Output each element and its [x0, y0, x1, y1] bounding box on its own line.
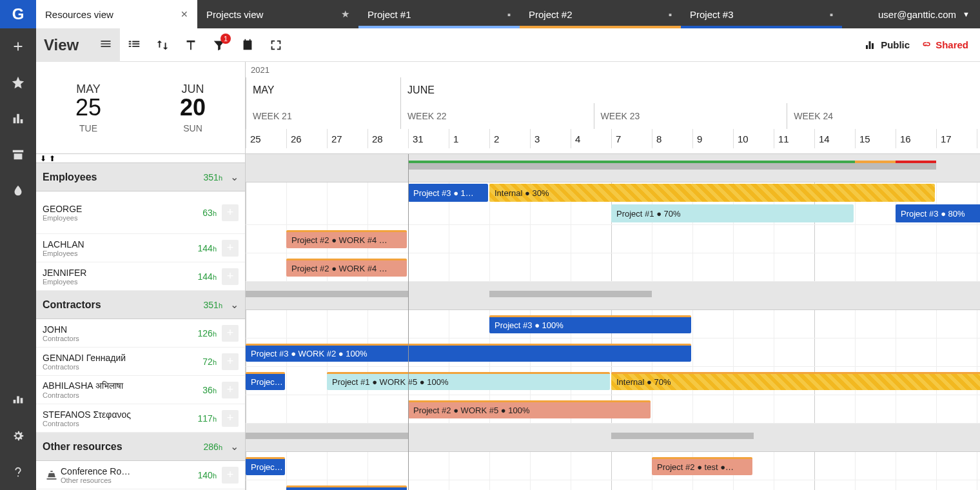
resource-row[interactable]: Conference Ro…Other resources140h+: [36, 461, 245, 489]
star-icon[interactable]: [0, 64, 36, 101]
add-task-button[interactable]: +: [222, 325, 239, 342]
day-cell[interactable]: 15: [855, 129, 896, 148]
task-bar[interactable]: Internal ● 70%: [611, 372, 980, 390]
date-range-start[interactable]: MAY 25 TUE: [36, 62, 141, 153]
day-cell[interactable]: 28: [368, 129, 408, 148]
task-bar[interactable]: Project #1 ● WORK #5 ● 100%: [327, 372, 610, 390]
expand-collapse-row[interactable]: ⬇ ⬆: [36, 154, 245, 163]
task-bar[interactable]: Internal ● 30%: [489, 184, 935, 202]
task-bar[interactable]: Project #3 ● WORK #2 ● 100%: [246, 344, 691, 362]
day-cell[interactable]: 26: [286, 129, 327, 148]
resource-row[interactable]: GENNADI ГеннадийContractors72h+: [36, 348, 245, 376]
view-menu-button[interactable]: View: [36, 28, 120, 62]
shared-link[interactable]: Shared: [920, 39, 968, 51]
fullscreen-icon[interactable]: [262, 31, 290, 59]
day-cell[interactable]: 4: [571, 129, 611, 148]
app-logo[interactable]: G: [0, 0, 36, 28]
chart-icon[interactable]: [0, 101, 36, 137]
group-row[interactable]: Other resources286h⌄: [36, 433, 245, 461]
resource-row[interactable]: ABHILASHA अभिलाषाContractors36h+: [36, 376, 245, 404]
drop-icon[interactable]: [0, 173, 36, 209]
add-task-button[interactable]: +: [222, 467, 239, 484]
day-cell[interactable]: 27: [327, 129, 368, 148]
day-cell[interactable]: 11: [774, 129, 814, 148]
user-menu[interactable]: user@ganttic.com ▼: [868, 0, 980, 28]
day-cell[interactable]: 17: [936, 129, 977, 148]
timeline-resource-row[interactable]: Project #2 ● WORK #4 …: [246, 225, 980, 253]
task-bar[interactable]: Project #3 ● 80%: [896, 204, 980, 222]
task-bar[interactable]: Project #2 ● test ●…: [652, 457, 752, 475]
help-icon[interactable]: [0, 454, 36, 490]
group-row[interactable]: Contractors351h⌄: [36, 291, 245, 319]
public-toggle[interactable]: Public: [864, 39, 910, 51]
task-bar[interactable]: Project #2 ● WORK #5 ● 100%: [408, 400, 651, 418]
format-icon[interactable]: [177, 31, 205, 59]
add-task-button[interactable]: +: [222, 382, 239, 398]
tab-projects-view[interactable]: Projects view ★: [197, 0, 358, 28]
utilization-bar: [855, 161, 896, 163]
task-bar[interactable]: Project #3 ● 1…: [408, 184, 488, 202]
timeline-resource-row[interactable]: Project #2 ● WORK #5 ● 100%: [246, 395, 980, 424]
day-cell[interactable]: 3: [530, 129, 571, 148]
week-cell[interactable]: WEEK 23: [594, 103, 787, 129]
task-bar[interactable]: Projec…: [246, 372, 285, 390]
month-cell[interactable]: JUNE: [400, 77, 980, 103]
timeline-resource-row[interactable]: Project #3 ● 100%: [246, 310, 980, 338]
collapse-up-icon[interactable]: ⬆: [49, 154, 55, 163]
indent-icon[interactable]: [120, 31, 148, 59]
week-cell[interactable]: WEEK 21: [246, 103, 400, 129]
archive-icon[interactable]: [0, 137, 36, 173]
day-cell[interactable]: 18: [977, 129, 980, 148]
timeline-resource-row[interactable]: Project #3 ● 1…Internal ● 30%Project #1 …: [246, 182, 980, 225]
day-cell[interactable]: 16: [896, 129, 936, 148]
month-cell[interactable]: MAY: [246, 77, 400, 103]
tab-resources-view[interactable]: Resources view ✕: [36, 0, 197, 28]
settings-icon[interactable]: [0, 418, 36, 454]
tab-project-1[interactable]: Project #1 ▪: [358, 0, 520, 28]
day-cell[interactable]: 2: [489, 129, 530, 148]
task-bar[interactable]: Project #1 ● 70%: [611, 204, 854, 222]
tab-project-2[interactable]: Project #2 ▪: [520, 0, 681, 28]
resource-row[interactable]: JOHNContractors126h+: [36, 319, 245, 348]
tab-project-3[interactable]: Project #3 ▪: [681, 0, 842, 28]
day-cell[interactable]: 7: [611, 129, 652, 148]
day-cell[interactable]: 10: [733, 129, 774, 148]
group-row[interactable]: Employees351h⌄: [36, 163, 245, 191]
resources-icon[interactable]: [0, 382, 36, 418]
expand-down-icon[interactable]: ⬇: [40, 154, 46, 163]
timeline-resource-row[interactable]: Projec…Project #1 ● WORK #5 ● 100%Intern…: [246, 367, 980, 395]
task-bar[interactable]: Project #3 ● 100%: [489, 315, 691, 333]
timeline-resource-row[interactable]: Project #3 ● WORK #2 ● 100%: [246, 338, 980, 367]
timeline-resource-row[interactable]: Projec…Project #2 ● test ●…: [246, 452, 980, 480]
day-cell[interactable]: 14: [814, 129, 855, 148]
day-cell[interactable]: 8: [652, 129, 692, 148]
add-task-button[interactable]: +: [222, 410, 239, 427]
day-cell[interactable]: 25: [246, 129, 286, 148]
resource-row[interactable]: LACHLANEmployees144h+: [36, 234, 245, 262]
sort-icon[interactable]: [148, 31, 177, 59]
resource-row[interactable]: GEORGEEmployees63h+: [36, 191, 245, 234]
add-task-button[interactable]: +: [222, 353, 239, 370]
task-bar[interactable]: Project #2 ● WORK #4 …: [286, 230, 407, 248]
resource-row[interactable]: JENNIFEREmployees144h+: [36, 262, 245, 291]
day-cell[interactable]: 31: [408, 129, 449, 148]
resource-row[interactable]: STEFANOS ΣτεφανοςContractors117h+: [36, 404, 245, 433]
add-task-button[interactable]: +: [222, 268, 239, 285]
timeline-resource-row[interactable]: Project #3 ● WORK #1 …: [246, 480, 980, 490]
day-cell[interactable]: 9: [692, 129, 733, 148]
calendar-icon[interactable]: [233, 31, 262, 59]
day-cell[interactable]: 1: [449, 129, 489, 148]
task-bar[interactable]: Projec…: [246, 457, 285, 475]
add-task-button[interactable]: +: [222, 204, 239, 221]
timeline-resource-row[interactable]: Project #2 ● WORK #4 …: [246, 253, 980, 282]
week-cell[interactable]: WEEK 24: [787, 103, 980, 129]
week-cell[interactable]: WEEK 22: [400, 103, 594, 129]
add-task-button[interactable]: +: [222, 240, 239, 257]
task-bar[interactable]: Project #2 ● WORK #4 …: [286, 259, 407, 277]
filter-icon[interactable]: 1: [205, 31, 233, 59]
close-icon[interactable]: ✕: [181, 9, 188, 19]
chart-icon: ▪: [817, 9, 833, 20]
add-icon[interactable]: [0, 28, 36, 64]
date-range-end[interactable]: JUN 20 SUN: [141, 62, 245, 153]
task-bar[interactable]: Project #3 ● WORK #1 …: [286, 485, 407, 490]
